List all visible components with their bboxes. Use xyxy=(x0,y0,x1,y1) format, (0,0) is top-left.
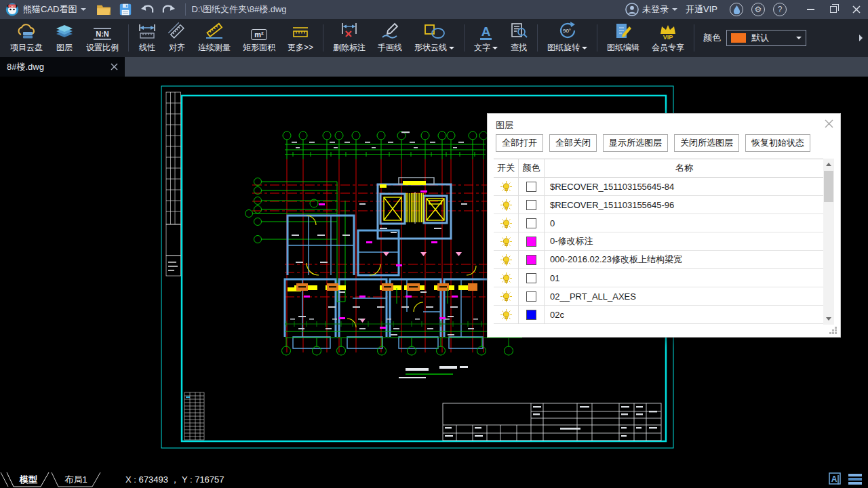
chevron-down-icon xyxy=(449,47,454,52)
layer-color-swatch[interactable] xyxy=(526,291,536,302)
tool-find[interactable]: 查找 xyxy=(504,20,534,56)
layer-on-bulb-icon[interactable] xyxy=(500,309,512,321)
layer-color-swatch[interactable] xyxy=(526,255,536,265)
layer-name: 02__PRT_ALL_AXES xyxy=(545,291,824,302)
layer-row[interactable]: 02__PRT_ALL_AXES xyxy=(494,287,824,306)
layer-color-swatch[interactable] xyxy=(526,200,536,210)
tool-delete-annotation[interactable]: 删除标注 xyxy=(327,20,372,56)
continuous-measure-icon xyxy=(204,22,224,40)
svg-text:CAD: CAD xyxy=(9,5,16,8)
layer-row[interactable]: 01 xyxy=(494,269,824,287)
open-all-button[interactable]: 全部打开 xyxy=(496,134,543,152)
titlebar-separator xyxy=(185,3,186,16)
layer-color-swatch[interactable] xyxy=(526,237,536,247)
redo-button[interactable] xyxy=(161,2,176,17)
app-name-menu[interactable]: 熊猫CAD看图 xyxy=(23,3,86,16)
tool-continuous-measure[interactable]: 连续测量 xyxy=(192,20,237,56)
maximize-icon xyxy=(830,6,837,13)
layer-on-bulb-icon[interactable] xyxy=(500,218,512,229)
tool-shape-cloud[interactable]: 形状云线 xyxy=(408,20,460,56)
layer-color-swatch[interactable] xyxy=(526,310,536,320)
app-name: 熊猫CAD看图 xyxy=(23,3,77,16)
toolbar-overflow-arrow[interactable] xyxy=(859,35,866,41)
layer-color-swatch[interactable] xyxy=(526,273,536,283)
undo-button[interactable] xyxy=(140,2,155,17)
freehand-pen-icon xyxy=(380,22,399,40)
hide-selected-button[interactable]: 关闭所选图层 xyxy=(674,134,739,152)
help-button[interactable]: ? xyxy=(773,3,787,16)
layers-panel-buttons: 全部打开 全部关闭 显示所选图层 关闭所选图层 恢复初始状态 xyxy=(496,134,810,152)
tool-text[interactable]: A 文字 xyxy=(468,20,504,56)
settings-button[interactable]: ⚙ xyxy=(751,3,765,16)
minimize-icon xyxy=(807,9,814,10)
panel-resize-grip[interactable] xyxy=(829,326,837,335)
layer-row[interactable]: $RECOVER_151103155645-96 xyxy=(494,196,824,214)
layer-on-bulb-icon[interactable] xyxy=(500,272,512,284)
scrollbar-thumb[interactable] xyxy=(824,171,833,202)
layer-row[interactable]: $RECOVER_151103155645-84 xyxy=(494,178,824,196)
edit-drawing-icon xyxy=(614,22,633,40)
tool-more[interactable]: 更多>> xyxy=(281,20,319,56)
layers-panel: 图层 全部打开 全部关闭 显示所选图层 关闭所选图层 恢复初始状态 xyxy=(487,113,841,338)
layer-name: 01 xyxy=(545,273,824,283)
open-vip-button[interactable]: 开通VIP xyxy=(686,3,717,16)
chevron-down-icon xyxy=(672,8,677,14)
tool-project-cloud[interactable]: 项目云盘 xyxy=(4,20,49,56)
tool-freehand[interactable]: 手画线 xyxy=(372,20,408,56)
layer-on-bulb-icon[interactable] xyxy=(500,181,512,192)
layer-row[interactable]: 000-2016.02.23修改板上结构梁宽 xyxy=(494,251,824,269)
layer-on-bulb-icon[interactable] xyxy=(500,291,512,302)
layer-row[interactable]: 0 xyxy=(494,214,824,232)
tab-close-icon[interactable] xyxy=(111,63,118,70)
tool-layers[interactable]: 图层 xyxy=(49,20,80,56)
layer-color-swatch[interactable] xyxy=(526,182,536,192)
menu-icon[interactable] xyxy=(848,472,863,486)
close-button[interactable] xyxy=(845,0,868,19)
tool-rotate[interactable]: 90° 图纸旋转 xyxy=(541,20,593,56)
scroll-up-icon[interactable] xyxy=(823,159,834,169)
layer-row[interactable]: 0-修改标注 xyxy=(494,232,824,251)
layer-row[interactable]: 02c xyxy=(494,306,824,324)
tool-edit-drawing[interactable]: 图纸编辑 xyxy=(601,20,646,56)
annotation-toggle-icon[interactable]: A xyxy=(829,472,842,486)
tool-rect-area[interactable]: m² 矩形面积 xyxy=(237,20,281,56)
save-button[interactable] xyxy=(118,2,133,17)
close-all-button[interactable]: 全部关闭 xyxy=(549,134,597,152)
chevron-down-icon xyxy=(582,47,587,52)
tool-linear-measure[interactable]: 线性 xyxy=(132,20,162,56)
open-file-button[interactable] xyxy=(96,2,111,17)
main-toolbar: 项目云盘 图层 N:N 设置比例 线性 xyxy=(0,19,868,57)
scroll-down-icon[interactable] xyxy=(823,314,834,325)
restore-initial-button[interactable]: 恢复初始状态 xyxy=(745,134,810,152)
layer-name: $RECOVER_151103155645-84 xyxy=(545,182,824,192)
maximize-button[interactable] xyxy=(822,0,845,19)
theme-button[interactable] xyxy=(730,3,743,16)
show-selected-button[interactable]: 显示所选图层 xyxy=(603,134,668,152)
layout-tab[interactable]: 布局1 xyxy=(64,474,87,485)
layers-scrollbar[interactable] xyxy=(823,159,834,325)
tool-vip[interactable]: VIP 会员专享 xyxy=(646,20,690,56)
gear-icon: ⚙ xyxy=(755,5,762,14)
layer-color-swatch[interactable] xyxy=(526,218,536,228)
layers-table: 开关 颜色 名称 $RECOVER_151103155645-84 xyxy=(494,159,824,325)
column-name: 名称 xyxy=(545,162,824,174)
linear-measure-icon xyxy=(138,24,156,40)
model-tab[interactable]: 模型 xyxy=(19,474,37,485)
layer-name: $RECOVER_151103155645-96 xyxy=(545,200,824,210)
toolbar-separator xyxy=(464,24,465,52)
tool-set-scale[interactable]: N:N 设置比例 xyxy=(80,20,125,56)
layer-on-bulb-icon[interactable] xyxy=(500,199,512,211)
color-dropdown[interactable]: 默认 xyxy=(726,30,806,46)
layer-on-bulb-icon[interactable] xyxy=(500,254,512,266)
toolbar-separator xyxy=(597,24,597,52)
minimize-button[interactable] xyxy=(799,0,822,19)
panel-close-icon[interactable] xyxy=(825,119,833,128)
document-tabstrip: 8#楼.dwg xyxy=(0,57,868,77)
drawing-canvas[interactable]: 图层 全部打开 全部关闭 显示所选图层 关闭所选图层 恢复初始状态 xyxy=(0,77,868,471)
delete-annotation-icon xyxy=(340,22,358,40)
document-tab[interactable]: 8#楼.dwg xyxy=(0,57,125,77)
login-menu[interactable]: 未登录 xyxy=(625,3,677,16)
layer-on-bulb-icon[interactable] xyxy=(500,236,512,247)
tab-title: 8#楼.dwg xyxy=(7,61,44,73)
tool-aligned-measure[interactable]: 对齐 xyxy=(162,20,192,56)
